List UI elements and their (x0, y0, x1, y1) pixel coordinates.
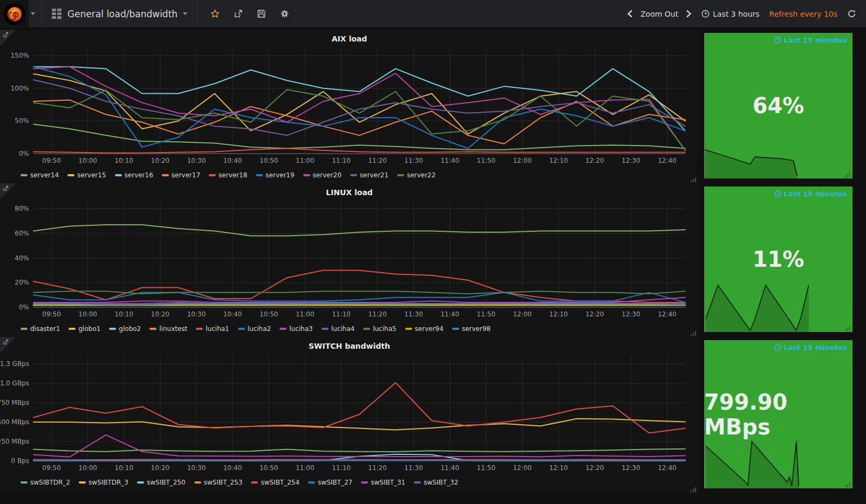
legend-series-name: luciha4 (331, 325, 354, 333)
legend-item[interactable]: server15 (67, 171, 106, 179)
svg-text:10:20: 10:20 (151, 464, 170, 472)
svg-text:10:20: 10:20 (151, 157, 170, 164)
panel-stat-linux[interactable]: Last 15 minutes 11% (704, 187, 853, 332)
share-button[interactable] (234, 9, 243, 18)
legend-swatch (350, 174, 357, 176)
linux-load-chart[interactable]: 09:5010:0010:1010:2010:3010:4010:5011:00… (0, 198, 695, 320)
legend-item[interactable]: swSIBT_253 (194, 479, 243, 486)
svg-text:11:20: 11:20 (368, 310, 387, 318)
svg-text:10:00: 10:00 (78, 464, 97, 472)
legend-item[interactable]: server94 (405, 325, 444, 333)
time-range-picker[interactable]: Last 3 hours (701, 10, 759, 18)
legend-item[interactable]: linuxtest (149, 325, 187, 333)
svg-text:09:50: 09:50 (42, 310, 61, 318)
settings-button[interactable] (280, 9, 289, 18)
panel-title-switch[interactable]: SWITCH bandwidth (0, 340, 699, 352)
legend-series-name: luciha1 (206, 325, 229, 333)
legend-series-name: server17 (172, 171, 200, 179)
legend-swatch (21, 174, 28, 176)
svg-text:11:00: 11:00 (296, 310, 315, 318)
panel-stat-aix[interactable]: Last 15 minutes 64% (704, 33, 853, 178)
legend-swatch (414, 481, 421, 484)
legend-item[interactable]: server19 (256, 171, 294, 179)
legend-item[interactable]: luciha5 (363, 325, 396, 333)
legend-item[interactable]: luciha1 (196, 325, 229, 333)
legend-item[interactable]: swSIBT_254 (251, 479, 299, 486)
resize-handle-icon[interactable] (691, 177, 697, 182)
legend-item[interactable]: server14 (21, 171, 59, 179)
legend-item[interactable]: server20 (303, 171, 342, 179)
legend-swatch (209, 174, 216, 176)
legend-swatch (21, 328, 28, 330)
legend-item[interactable]: swSIBT_27 (308, 479, 352, 486)
svg-text:10:40: 10:40 (223, 464, 242, 472)
legend-series-name: server19 (265, 171, 294, 179)
svg-text:12:40: 12:40 (658, 157, 677, 164)
svg-text:12:20: 12:20 (585, 157, 604, 164)
legend-item[interactable]: disaster1 (21, 325, 60, 333)
grafana-logo-button[interactable] (0, 0, 29, 28)
aix-legend: server14server15server16server17server18… (0, 169, 699, 182)
dashboard-grid-icon (52, 9, 62, 19)
legend-series-name: disaster1 (30, 325, 60, 333)
legend-item[interactable]: globo1 (69, 325, 100, 333)
panel-stat-switch[interactable]: Last 15 minutes 799.90 MBps (704, 340, 853, 488)
legend-item[interactable]: swSIBTDR_2 (21, 479, 70, 486)
legend-item[interactable]: luciha3 (279, 325, 312, 333)
legend-series-name: swSIBTDR_2 (30, 479, 70, 486)
legend-item[interactable]: server22 (397, 171, 435, 179)
svg-text:1.3 GBps: 1.3 GBps (0, 360, 29, 368)
svg-text:12:30: 12:30 (622, 157, 640, 164)
refresh-interval-button[interactable]: Refresh every 10s (769, 10, 837, 18)
svg-text:11:40: 11:40 (440, 464, 459, 472)
resize-handle-icon[interactable] (691, 330, 697, 336)
chevron-left-icon (627, 10, 633, 18)
dashboard-picker[interactable]: General load/bandwidth (42, 0, 197, 28)
svg-text:10:50: 10:50 (260, 157, 278, 164)
svg-text:11:50: 11:50 (477, 464, 496, 472)
legend-swatch (21, 481, 28, 484)
panel-title-linux[interactable]: LINUX load (0, 187, 699, 198)
legend-item[interactable]: server98 (452, 325, 490, 333)
switch-bandwidth-chart[interactable]: 09:5010:0010:1010:2010:3010:4010:5011:00… (0, 352, 695, 474)
legend-series-name: server15 (77, 171, 106, 179)
save-icon (257, 9, 266, 18)
legend-swatch (363, 328, 370, 330)
resize-handle-icon[interactable] (845, 326, 851, 331)
time-forward-button[interactable] (686, 10, 692, 18)
logo-caret-icon[interactable] (31, 12, 35, 15)
legend-item[interactable]: server18 (209, 171, 247, 179)
legend-item[interactable]: swSIBTDR_3 (79, 479, 128, 486)
aix-load-chart[interactable]: 09:5010:0010:1010:2010:3010:4010:5011:00… (0, 45, 695, 167)
time-back-button[interactable] (627, 10, 633, 18)
legend-series-name: server98 (462, 325, 490, 333)
star-button[interactable] (210, 9, 220, 18)
zoom-out-button[interactable]: Zoom Out (640, 10, 678, 18)
svg-text:10:30: 10:30 (187, 310, 206, 318)
save-button[interactable] (257, 9, 266, 18)
legend-swatch (196, 328, 203, 330)
legend-item[interactable]: swSIBT_250 (137, 479, 186, 486)
legend-item[interactable]: server21 (350, 171, 388, 179)
refresh-button[interactable] (847, 9, 856, 18)
svg-text:10:40: 10:40 (223, 157, 242, 164)
panel-title-aix[interactable]: AIX load (0, 33, 699, 45)
chevron-right-icon (686, 10, 692, 18)
legend-item[interactable]: server16 (115, 171, 153, 179)
legend-item[interactable]: swSIBT_31 (361, 479, 405, 486)
resize-handle-icon[interactable] (845, 482, 851, 487)
legend-item[interactable]: luciha4 (322, 325, 354, 333)
legend-item[interactable]: server17 (162, 171, 200, 179)
legend-item[interactable]: swSIBT_32 (414, 479, 458, 486)
dashboard-title: General load/bandwidth (67, 9, 178, 19)
svg-text:10:50: 10:50 (260, 464, 278, 472)
svg-text:11:10: 11:10 (332, 464, 351, 472)
legend-item[interactable]: luciha2 (238, 325, 271, 333)
svg-text:12:00: 12:00 (513, 157, 532, 164)
time-range-label: Last 3 hours (713, 10, 759, 18)
svg-text:11:30: 11:30 (404, 464, 423, 472)
legend-item[interactable]: globo2 (109, 325, 141, 333)
resize-handle-icon[interactable] (845, 172, 851, 177)
resize-handle-icon[interactable] (691, 487, 697, 492)
legend-series-name: luciha5 (373, 325, 396, 333)
